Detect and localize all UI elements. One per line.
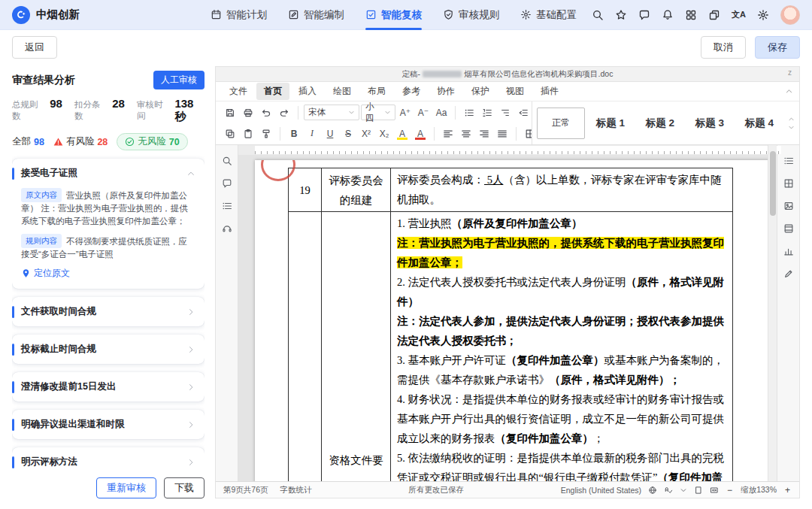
- vertical-scrollbar[interactable]: [768, 145, 777, 481]
- scrollbar-thumb[interactable]: [770, 151, 776, 216]
- fit-page-icon[interactable]: [694, 486, 703, 495]
- strikethrough-button[interactable]: S: [340, 126, 356, 142]
- bullets-button[interactable]: [461, 105, 477, 121]
- language-selector[interactable]: English (United States): [561, 486, 641, 495]
- insert-table-button[interactable]: [522, 126, 532, 142]
- decrease-font-button[interactable]: A⁻: [415, 105, 432, 121]
- editor-menu-tab[interactable]: 首页: [256, 83, 289, 100]
- highlight-color-button[interactable]: A: [394, 126, 411, 142]
- font-size-select[interactable]: 小四: [361, 105, 395, 120]
- apps-icon[interactable]: [685, 9, 697, 21]
- font-name-select[interactable]: 宋体: [304, 105, 359, 120]
- rule-card-header[interactable]: 接受电子证照: [12, 159, 205, 188]
- editor-menu-tab[interactable]: 布局: [360, 83, 393, 100]
- fit-width-icon[interactable]: [710, 486, 719, 495]
- align-justify-button[interactable]: [494, 126, 511, 142]
- rule-card-header[interactable]: 澄清修改提前15日发出: [12, 372, 205, 401]
- redo-icon[interactable]: [276, 105, 292, 121]
- comments-icon[interactable]: [222, 178, 232, 189]
- message-icon[interactable]: [638, 9, 650, 21]
- underline-button[interactable]: U: [322, 126, 338, 142]
- nav-item-smart-plan[interactable]: 智能计划: [200, 0, 277, 30]
- style-heading-3[interactable]: 标题 3: [686, 108, 734, 139]
- rule-card-header[interactable]: 文件获取时间合规: [12, 297, 205, 326]
- back-button[interactable]: 返回: [12, 36, 57, 59]
- find-icon[interactable]: [222, 156, 232, 166]
- chevron-up-icon[interactable]: [186, 169, 195, 178]
- align-right-button[interactable]: [476, 126, 492, 142]
- subscript-button[interactable]: X₂: [376, 126, 392, 142]
- user-avatar[interactable]: [780, 5, 800, 25]
- rule-card-collapsed[interactable]: 明确异议提出渠道和时限: [12, 410, 205, 439]
- bell-icon[interactable]: [662, 9, 674, 21]
- translate-icon[interactable]: 文A: [732, 9, 746, 20]
- nav-item-smart-review[interactable]: 智能复核: [355, 0, 432, 30]
- gallery-down-icon[interactable]: [788, 124, 795, 131]
- zoom-out-button[interactable]: −: [726, 485, 734, 495]
- italic-button[interactable]: I: [304, 126, 320, 142]
- style-heading-4[interactable]: 标题 4: [735, 108, 783, 139]
- style-normal[interactable]: 正常: [537, 108, 585, 139]
- align-left-button[interactable]: [440, 126, 456, 142]
- paragraph-settings-icon[interactable]: [783, 156, 794, 166]
- filter-all[interactable]: 全部 98: [12, 135, 44, 148]
- rule-card-header[interactable]: 明确异议提出渠道和时限: [12, 410, 205, 439]
- chevron-down-icon[interactable]: [680, 486, 687, 494]
- rule-card-collapsed[interactable]: 文件获取时间合规: [12, 297, 205, 326]
- rule-card-collapsed[interactable]: 明示评标方法: [12, 447, 205, 470]
- nav-item-base-config[interactable]: 基础配置: [510, 0, 587, 30]
- page-indicator[interactable]: 第9页共76页: [223, 485, 268, 495]
- increase-font-button[interactable]: A⁺: [397, 105, 414, 121]
- table-settings-icon[interactable]: [783, 178, 794, 189]
- workspace-icon[interactable]: [708, 9, 720, 21]
- style-heading-1[interactable]: 标题 1: [586, 108, 635, 139]
- download-button[interactable]: 下载: [164, 477, 205, 498]
- print-icon[interactable]: [240, 105, 256, 121]
- nav-item-audit-rules[interactable]: 审核规则: [432, 0, 510, 30]
- superscript-button[interactable]: X²: [358, 126, 374, 142]
- editor-menu-tab[interactable]: 参考: [395, 83, 428, 100]
- style-heading-2[interactable]: 标题 2: [636, 108, 684, 139]
- chart-settings-icon[interactable]: [783, 246, 794, 256]
- gallery-up-icon[interactable]: [788, 116, 795, 123]
- manual-review-button[interactable]: 人工审核: [153, 71, 205, 89]
- collapse-toolbar-icon[interactable]: [785, 87, 793, 95]
- rule-card-collapsed[interactable]: 澄清修改提前15日发出: [12, 372, 205, 401]
- filter-risky[interactable]: 有风险 28: [53, 135, 108, 148]
- editor-menu-tab[interactable]: 插件: [533, 83, 566, 100]
- editor-menu-tab[interactable]: 保护: [464, 83, 497, 100]
- format-painter-icon[interactable]: [258, 126, 274, 142]
- copy-icon[interactable]: [222, 126, 238, 142]
- decrease-indent-button[interactable]: [515, 105, 532, 121]
- editor-menu-tab[interactable]: 视图: [498, 83, 532, 100]
- editor-menu-tab[interactable]: 协作: [429, 83, 462, 100]
- horizontal-ruler[interactable]: [238, 145, 768, 155]
- rereview-button[interactable]: 重新审核: [96, 477, 156, 498]
- undo-icon[interactable]: [258, 105, 274, 121]
- editor-menu-tab[interactable]: 文件: [222, 83, 255, 100]
- editor-menu-tab[interactable]: 插入: [291, 83, 324, 100]
- word-count-button[interactable]: 字数统计: [280, 485, 312, 495]
- numbering-button[interactable]: [479, 105, 495, 121]
- align-center-button[interactable]: [458, 126, 474, 142]
- rule-card-header[interactable]: 明示评标方法: [12, 447, 205, 470]
- editor-menu-tab[interactable]: 绘图: [326, 83, 359, 100]
- spellcheck-icon[interactable]: [664, 486, 673, 495]
- rule-card-collapsed[interactable]: 投标截止时间合规: [12, 335, 205, 364]
- nav-item-smart-compile[interactable]: 智能编制: [277, 0, 355, 30]
- filter-safe[interactable]: 无风险 70: [117, 133, 187, 150]
- bold-button[interactable]: B: [286, 126, 302, 142]
- navigation-icon[interactable]: [222, 201, 232, 211]
- image-settings-icon[interactable]: [783, 201, 794, 211]
- cancel-button[interactable]: 取消: [701, 36, 746, 59]
- save-icon[interactable]: [222, 105, 238, 121]
- save-button[interactable]: 保存: [755, 36, 800, 59]
- multilevel-list-button[interactable]: [497, 105, 514, 121]
- font-color-button[interactable]: A: [412, 126, 429, 142]
- zoom-in-button[interactable]: +: [783, 485, 792, 495]
- change-case-button[interactable]: Aa: [433, 105, 450, 121]
- document-page[interactable]: 19 评标委员会的组建 评标委员会构成： 5人（含）以上单数，评标专家在评审专家…: [255, 160, 768, 481]
- search-icon[interactable]: [592, 9, 604, 21]
- star-icon[interactable]: [615, 9, 627, 21]
- rule-card-header[interactable]: 投标截止时间合规: [12, 335, 205, 364]
